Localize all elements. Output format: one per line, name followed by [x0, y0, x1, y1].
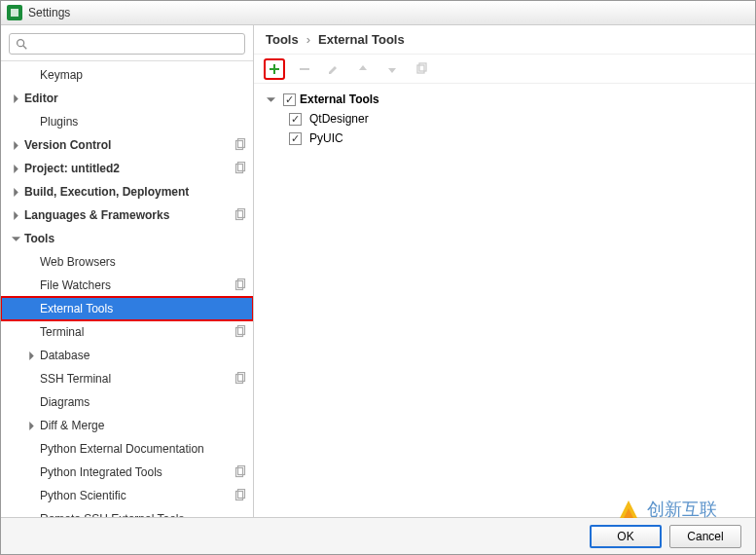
svg-rect-16: [238, 466, 245, 475]
chevron-right-icon[interactable]: [9, 188, 22, 197]
chevron-right-icon[interactable]: [24, 422, 38, 430]
sidebar-item-label: Web Browsers: [40, 255, 247, 269]
project-scope-icon: [234, 489, 247, 502]
svg-rect-11: [236, 328, 243, 337]
sidebar-item[interactable]: Plugins: [1, 110, 253, 133]
move-up-button[interactable]: [353, 59, 373, 79]
chevron-right-icon[interactable]: [9, 141, 22, 150]
chevron-right-icon[interactable]: [24, 352, 38, 360]
search-icon: [15, 37, 28, 51]
content-panel: Tools › External Tools: [254, 25, 755, 517]
tree-item-row[interactable]: QtDesigner: [264, 109, 745, 129]
sidebar-item[interactable]: Diagrams: [1, 390, 253, 414]
edit-button[interactable]: [324, 59, 343, 79]
sidebar-item[interactable]: SSH Terminal: [1, 367, 253, 390]
toolbar: [254, 55, 755, 84]
settings-window: Settings KeymapEditorPluginsVersion Cont…: [0, 0, 756, 555]
sidebar-item-label: Database: [40, 349, 247, 362]
project-scope-icon: [234, 465, 247, 479]
svg-rect-6: [238, 163, 245, 171]
chevron-right-icon[interactable]: [9, 94, 22, 103]
sidebar-item[interactable]: Languages & Frameworks: [1, 204, 253, 227]
app-icon: [7, 5, 22, 20]
sidebar-item[interactable]: Python External Documentation: [1, 437, 253, 461]
item-checkbox[interactable]: [289, 113, 302, 126]
sidebar-item-label: Remote SSH External Tools: [40, 512, 247, 517]
sidebar-item-label: Project: untitled2: [24, 162, 230, 175]
chevron-right-icon[interactable]: [9, 211, 22, 220]
search-input[interactable]: [9, 33, 245, 55]
chevron-right-icon: ›: [306, 32, 310, 47]
group-checkbox[interactable]: [283, 93, 296, 106]
sidebar-item[interactable]: Python Integrated Tools: [1, 461, 253, 484]
svg-rect-13: [236, 375, 243, 384]
sidebar-item[interactable]: Project: untitled2: [1, 157, 253, 180]
settings-tree[interactable]: KeymapEditorPluginsVersion ControlProjec…: [1, 61, 253, 517]
svg-rect-17: [236, 492, 243, 500]
sidebar-item[interactable]: Keymap: [1, 63, 253, 87]
move-down-button[interactable]: [382, 59, 402, 79]
titlebar: Settings: [1, 1, 755, 25]
svg-rect-12: [238, 326, 245, 335]
sidebar-item-label: Python Scientific: [40, 489, 230, 502]
svg-rect-23: [419, 63, 426, 71]
sidebar-item[interactable]: Remote SSH External Tools: [1, 507, 253, 517]
svg-rect-22: [417, 65, 424, 73]
sidebar-item-label: Diagrams: [40, 395, 247, 409]
chevron-right-icon[interactable]: [9, 165, 22, 173]
sidebar-item[interactable]: Database: [1, 344, 253, 367]
sidebar-item-label: Python Integrated Tools: [40, 465, 230, 479]
sidebar-item[interactable]: Python Scientific: [1, 484, 253, 507]
svg-rect-14: [238, 373, 245, 382]
sidebar-item[interactable]: Editor: [1, 87, 253, 110]
remove-button[interactable]: [295, 59, 314, 79]
sidebar-item-label: Keymap: [40, 68, 247, 82]
sidebar-item-label: File Watchers: [40, 278, 230, 292]
add-button[interactable]: [264, 58, 285, 80]
project-scope-icon: [234, 138, 247, 152]
svg-rect-4: [238, 139, 245, 148]
svg-rect-15: [236, 468, 243, 477]
sidebar-item[interactable]: Terminal: [1, 320, 253, 344]
external-tools-tree[interactable]: External Tools QtDesignerPyUIC: [254, 84, 755, 517]
sidebar-item-label: Build, Execution, Deployment: [24, 185, 247, 199]
project-scope-icon: [234, 278, 247, 292]
cancel-button[interactable]: Cancel: [669, 525, 741, 548]
sidebar-item[interactable]: Version Control: [1, 133, 253, 157]
item-label: QtDesigner: [309, 112, 745, 126]
sidebar-item-label: Editor: [24, 92, 247, 105]
sidebar: KeymapEditorPluginsVersion ControlProjec…: [1, 25, 254, 517]
sidebar-item-label: Tools: [24, 232, 247, 245]
breadcrumb-root[interactable]: Tools: [266, 32, 299, 47]
sidebar-item[interactable]: File Watchers: [1, 274, 253, 297]
tree-item-row[interactable]: PyUIC: [264, 129, 745, 148]
sidebar-item-label: Terminal: [40, 325, 230, 339]
sidebar-item[interactable]: Web Browsers: [1, 250, 253, 274]
svg-rect-10: [238, 279, 245, 288]
window-title: Settings: [28, 6, 70, 19]
chevron-right-icon[interactable]: [9, 235, 22, 243]
project-scope-icon: [234, 325, 247, 339]
sidebar-item[interactable]: External Tools: [1, 297, 253, 320]
svg-rect-9: [236, 281, 243, 290]
breadcrumb-current: External Tools: [318, 32, 405, 47]
group-label: External Tools: [300, 92, 745, 106]
tree-group-row[interactable]: External Tools: [264, 90, 745, 109]
chevron-down-icon[interactable]: [264, 95, 277, 104]
sidebar-item-label: SSH Terminal: [40, 372, 230, 386]
svg-rect-7: [236, 211, 243, 220]
ok-button[interactable]: OK: [590, 525, 662, 548]
sidebar-item[interactable]: Build, Execution, Deployment: [1, 180, 253, 204]
svg-rect-3: [236, 141, 243, 150]
project-scope-icon: [234, 372, 247, 386]
svg-rect-8: [238, 209, 245, 218]
dialog-footer: OK Cancel: [1, 517, 755, 554]
sidebar-item-label: Diff & Merge: [40, 419, 247, 432]
item-checkbox[interactable]: [289, 132, 302, 145]
copy-button[interactable]: [412, 59, 431, 79]
project-scope-icon: [234, 162, 247, 175]
breadcrumb: Tools › External Tools: [254, 25, 755, 55]
sidebar-item[interactable]: Tools: [1, 227, 253, 250]
sidebar-item[interactable]: Diff & Merge: [1, 414, 253, 437]
sidebar-item-label: Python External Documentation: [40, 442, 247, 456]
